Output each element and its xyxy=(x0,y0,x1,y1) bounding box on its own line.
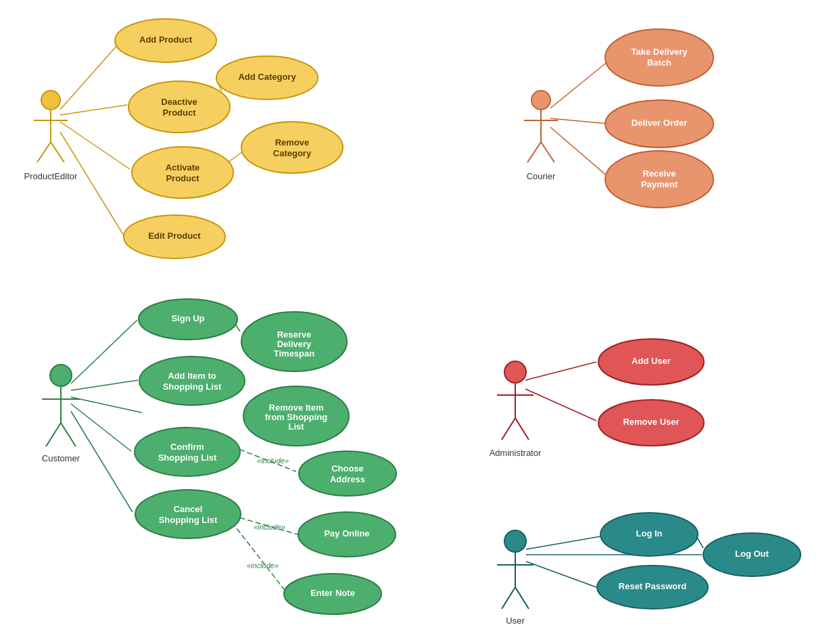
label-deactive-product: Deactive xyxy=(161,97,197,107)
svg-line-4 xyxy=(51,142,64,162)
label-log-in: Log In xyxy=(636,528,663,538)
edge-pe-deactive xyxy=(60,105,127,115)
actor-customer-label: Customer xyxy=(42,453,80,463)
svg-text:Shopping List: Shopping List xyxy=(159,515,218,525)
actor-customer: Customer xyxy=(42,365,80,463)
label-cancel-shopping: Cancel xyxy=(174,504,203,514)
svg-line-18 xyxy=(46,423,61,446)
label-log-out: Log Out xyxy=(735,549,769,559)
svg-text:Product: Product xyxy=(162,108,196,118)
svg-point-8 xyxy=(531,91,550,110)
svg-line-3 xyxy=(37,142,51,162)
svg-line-19 xyxy=(61,423,76,446)
actor-administrator: Administrator xyxy=(490,361,542,458)
actor-administrator-label: Administrator xyxy=(490,448,542,458)
label-receive-payment: Receive xyxy=(642,168,676,179)
edge-courier-receivepayment xyxy=(550,127,609,177)
edge-pe-addproduct xyxy=(60,44,118,110)
svg-text:Shopping List: Shopping List xyxy=(163,382,222,392)
label-pay-online: Pay Online xyxy=(324,528,369,538)
label-edit-product: Edit Product xyxy=(148,231,201,241)
edge-cust-removeitem xyxy=(71,397,142,413)
label-remove-category: Remove xyxy=(275,137,310,147)
edge-cust-additem xyxy=(71,380,138,390)
svg-point-0 xyxy=(41,91,60,110)
label-remove-item: Remove Item xyxy=(269,402,324,413)
svg-line-36 xyxy=(502,587,515,609)
svg-line-11 xyxy=(527,142,541,162)
svg-text:Product: Product xyxy=(166,173,199,183)
label-reserve-delivery: Reserve xyxy=(277,329,312,340)
svg-text:List: List xyxy=(288,421,304,432)
label-confirm-shopping: Confirm xyxy=(170,442,204,452)
label-include-enternote: «include» xyxy=(247,561,279,570)
svg-point-15 xyxy=(50,365,72,386)
svg-text:Delivery: Delivery xyxy=(277,339,312,349)
edge-pe-edit xyxy=(60,132,124,235)
label-add-item: Add Item to xyxy=(168,371,216,381)
label-take-delivery: Take Delivery xyxy=(632,47,688,57)
label-reset-password: Reset Password xyxy=(619,581,686,591)
svg-text:Batch: Batch xyxy=(647,58,671,68)
label-include-payonline: «include» xyxy=(254,523,285,531)
label-activate-product: Activate xyxy=(166,162,200,172)
label-add-product: Add Product xyxy=(139,34,193,45)
actor-user-label: User xyxy=(506,616,525,626)
label-sign-up: Sign Up xyxy=(171,313,204,323)
svg-text:Category: Category xyxy=(273,148,312,158)
svg-text:Timespan: Timespan xyxy=(274,348,315,359)
edge-cancel-enternote xyxy=(232,522,286,592)
edge-admin-adduser xyxy=(525,362,596,380)
svg-point-28 xyxy=(504,361,526,383)
actor-product-editor: ProductEditor xyxy=(24,91,78,181)
edge-cust-cancelshopping xyxy=(71,411,133,512)
edge-cust-confirmshopping xyxy=(71,404,131,451)
actor-product-editor-label: ProductEditor xyxy=(24,171,78,181)
label-deliver-order: Deliver Order xyxy=(632,118,687,128)
svg-line-37 xyxy=(515,587,529,609)
edge-user-resetpassword xyxy=(526,561,596,587)
svg-line-12 xyxy=(541,142,554,162)
edge-cust-signup xyxy=(71,320,137,384)
label-choose-address: Choose xyxy=(331,463,364,474)
label-add-category: Add Category xyxy=(238,72,296,82)
svg-text:Address: Address xyxy=(330,474,365,484)
actor-courier-label: Courier xyxy=(527,171,556,181)
label-remove-user: Remove User xyxy=(623,417,679,427)
edge-user-login xyxy=(526,536,600,549)
actor-user: User xyxy=(497,530,534,626)
svg-text:Payment: Payment xyxy=(641,179,678,189)
actor-courier: Courier xyxy=(524,91,558,181)
svg-text:from Shopping: from Shopping xyxy=(265,412,327,422)
svg-point-33 xyxy=(504,530,526,552)
edge-courier-takedelivery xyxy=(550,61,609,108)
svg-text:Shopping List: Shopping List xyxy=(158,453,217,463)
svg-line-31 xyxy=(502,418,515,440)
edge-courier-deliverorder xyxy=(550,118,609,124)
label-include-chooseaddress: «include» xyxy=(257,457,289,465)
label-add-user: Add User xyxy=(632,356,671,366)
svg-line-32 xyxy=(515,418,529,440)
edge-admin-removeuser xyxy=(525,389,596,421)
label-enter-note: Enter Note xyxy=(310,588,355,598)
edge-pe-activate xyxy=(60,122,130,169)
